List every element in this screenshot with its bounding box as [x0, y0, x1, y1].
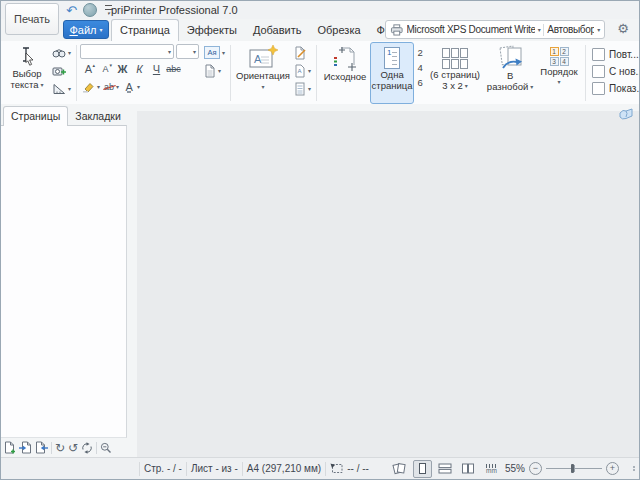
printer-dropdown-icon[interactable]: ▾	[538, 27, 541, 33]
measure-button[interactable]: ▾	[50, 80, 73, 97]
font-size-combo[interactable]: ▾	[176, 44, 199, 59]
page-curl-icon[interactable]	[619, 108, 633, 120]
underline-button[interactable]: Ч	[148, 61, 165, 77]
tab-effects[interactable]: Эффекты	[179, 20, 245, 41]
paper-mode-dropdown-icon[interactable]: ▾	[597, 27, 600, 33]
original-layout-button[interactable]: Исходное	[320, 42, 370, 104]
ribbon-group-font: ▾ ▾ А ▴ А ▾ Ж К	[79, 42, 228, 104]
view-mode-print-preview[interactable]	[390, 460, 409, 478]
zoom-out-button[interactable]: −	[529, 462, 542, 475]
highlight-button[interactable]: ▾	[80, 78, 102, 95]
new-sheet-option[interactable]: С нов...	[592, 64, 639, 79]
checkbox[interactable]	[592, 48, 605, 61]
zoom-percent[interactable]: 55%	[505, 463, 525, 474]
resize-grip[interactable]	[625, 466, 635, 471]
caret-down-icon: ▾	[110, 62, 113, 68]
tab-insert[interactable]: Добавить	[245, 20, 310, 41]
printer-selector[interactable]: Microsoft XPS Document Writer ▾ Автовыбо…	[385, 20, 605, 39]
checkbox[interactable]	[592, 82, 605, 95]
count-6-button[interactable]: 6	[414, 76, 426, 91]
horizontal-pages-icon	[438, 462, 452, 475]
select-tools-column: ▾ ▾	[50, 42, 73, 104]
zoom-in-button[interactable]: +	[606, 462, 619, 475]
chevron-down-icon: ▾	[168, 49, 171, 55]
tab-crop[interactable]: Обрезка	[310, 20, 369, 41]
select-text-button[interactable]: Выбор текста ▾	[4, 42, 50, 104]
strikethrough-button[interactable]: abc	[165, 61, 182, 77]
menu-bar: Файл ▾ Страница Эффекты Добавить Обрезка…	[1, 19, 639, 41]
customize-quick-access-icon[interactable]: ▾	[105, 5, 112, 16]
undo-icon[interactable]: ↶	[66, 4, 77, 17]
text-style-icon: Ая	[204, 46, 220, 59]
order-button[interactable]: 1 2 3 4 Порядок ▾	[536, 42, 582, 104]
italic-button[interactable]: К	[131, 61, 148, 77]
shrink-font-button[interactable]: А ▾	[97, 61, 114, 77]
six-pages-button[interactable]: (6 страниц) 3 x 2 ▾	[426, 42, 484, 104]
printer-icon	[390, 24, 404, 36]
status-paper-size[interactable]: A4 (297,210 мм)	[247, 463, 321, 474]
page-lines-button[interactable]: ▾	[292, 80, 313, 97]
view-mode-facing-pages[interactable]	[459, 460, 478, 478]
chevron-down-icon: ▾	[222, 50, 225, 56]
highlighter-icon	[82, 81, 95, 93]
rotate-180-button[interactable]	[81, 442, 93, 454]
orientation-button[interactable]: A Ориентация ▾	[234, 42, 292, 104]
slider-thumb[interactable]	[571, 464, 574, 473]
zoom-slider[interactable]	[546, 462, 602, 475]
pages-panel[interactable]	[1, 125, 127, 438]
sidebar-tab-bookmarks[interactable]: Закладки	[68, 107, 127, 126]
view-mode-actual-size[interactable]: mm	[482, 460, 501, 478]
zoom-out-thumbnails-button[interactable]	[100, 442, 112, 454]
shuffle-button[interactable]: В разнобой ▾	[484, 42, 536, 104]
grow-font-button[interactable]: А ▴	[80, 61, 97, 77]
grow-font-label: А	[85, 63, 92, 75]
count-4-button[interactable]: 4	[414, 61, 426, 76]
sidebar-tab-pages[interactable]: Страницы	[3, 106, 68, 126]
bold-button[interactable]: Ж	[114, 61, 131, 77]
rotate-ccw-button[interactable]: ↺	[68, 442, 78, 454]
add-page-button[interactable]	[4, 441, 16, 454]
view-mode-single-page[interactable]	[413, 460, 432, 478]
orientation-label: Ориентация	[236, 71, 290, 82]
document-canvas[interactable]	[137, 111, 639, 457]
show-option[interactable]: Показ...	[592, 81, 639, 96]
file-menu-button[interactable]: Файл ▾	[63, 20, 109, 39]
insert-page-before-button[interactable]	[19, 441, 32, 454]
snapshot-button[interactable]	[50, 62, 73, 79]
chevron-down-icon: ▾	[107, 11, 110, 16]
font-color-button[interactable]: А ▾	[121, 78, 142, 95]
view-mode-continuous[interactable]	[436, 460, 455, 478]
orientation-page-icon: A	[248, 45, 278, 71]
edit-page-button[interactable]	[292, 44, 313, 61]
page-pencil-icon	[294, 46, 307, 60]
font-name-combo[interactable]: ▾	[80, 44, 174, 59]
text-style-button[interactable]: Ая ▾	[202, 44, 227, 61]
find-button[interactable]: ▾	[50, 44, 73, 61]
count-2-button[interactable]: 2	[414, 46, 426, 61]
show-option-label: Показ...	[609, 83, 639, 94]
group-divider	[230, 45, 231, 101]
page-arrow-in-icon	[19, 441, 32, 454]
svg-text:А: А	[298, 68, 302, 74]
quick-access-tool-icon[interactable]	[83, 3, 97, 17]
quick-print-button[interactable]: Печать	[5, 3, 59, 35]
redline-button[interactable]: ab ▾	[102, 78, 121, 95]
status-page[interactable]: Стр. - / -	[144, 463, 182, 474]
tab-page[interactable]: Страница	[111, 19, 179, 41]
quick-access-toolbar: ↶ ▾	[66, 2, 112, 18]
insert-page-after-button[interactable]	[35, 441, 48, 454]
rotate-cw-button[interactable]: ↻	[55, 442, 65, 454]
checkbox[interactable]	[592, 65, 605, 78]
one-page-button[interactable]: 1 Одна страница	[370, 42, 414, 104]
ribbon: Выбор текста ▾ ▾	[1, 41, 639, 106]
status-sheet[interactable]: Лист - из -	[191, 463, 238, 474]
group-divider	[585, 45, 586, 101]
quick-print-label: Печать	[14, 13, 50, 25]
six-pages-grid-icon	[442, 48, 468, 69]
selection-tool-icon[interactable]	[330, 463, 343, 474]
repeat-option[interactable]: Повт...	[592, 47, 639, 62]
settings-gear-icon[interactable]: ⚙	[617, 22, 629, 36]
page-style-button[interactable]: А ▾	[292, 62, 313, 79]
page-text-button[interactable]: ▾	[202, 62, 227, 79]
page-arrow-in-icon	[35, 441, 48, 454]
